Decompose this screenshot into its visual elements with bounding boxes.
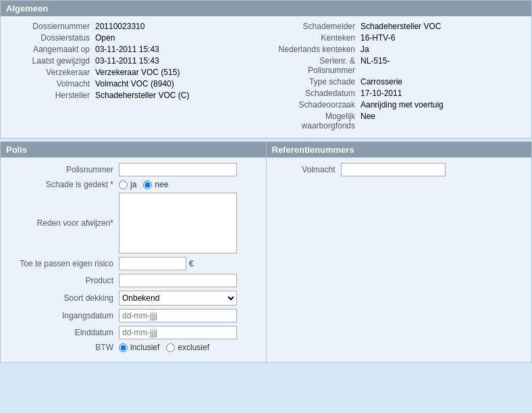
polis-title: Polis: [6, 145, 27, 155]
kenteken-value: 16-HTV-6: [361, 33, 395, 43]
volmacht-alg-label: Volmacht: [7, 79, 95, 89]
eigen-risico-input[interactable]: [119, 257, 186, 270]
btw-inclusief-radio[interactable]: [119, 343, 128, 352]
schade-gedekt-label: Schade is gedekt *: [7, 180, 119, 189]
referentie-title: Referentienummers: [272, 145, 354, 155]
hersteller-value: Schadehersteller VOC (C): [95, 91, 189, 100]
field-row: Volmacht Volmacht VOC (8940): [7, 79, 266, 89]
eigen-risico-label: Toe te passen eigen risico: [7, 259, 119, 268]
volmacht-ref-label: Volmacht: [273, 165, 341, 174]
product-row: Product: [7, 274, 259, 287]
algemeen-header: Algemeen: [1, 1, 531, 16]
polisnummer-label: Polisnummer: [7, 165, 119, 174]
referentie-content: Volmacht: [267, 157, 532, 185]
field-row: Dossierstatus Open: [7, 33, 266, 43]
field-row: Verzekeraar Verzekeraar VOC (515): [7, 68, 266, 77]
type-schade-value: Carrosserie: [361, 77, 402, 87]
algemeen-left: Dossiernummer 20110023310 Dossierstatus …: [1, 22, 266, 132]
schadeoorzaak-label: Schadeoorzaak: [273, 100, 361, 110]
btw-inclusief-label[interactable]: inclusief: [130, 343, 159, 352]
type-schade-label: Type schade: [273, 77, 361, 87]
schade-ja-label[interactable]: ja: [130, 180, 136, 189]
einddatum-row: Einddatum: [7, 326, 259, 339]
einddatum-label: Einddatum: [7, 328, 119, 337]
volmacht-ref-input[interactable]: [341, 163, 446, 176]
btw-exclusief-radio[interactable]: [166, 343, 175, 352]
referentie-section: Referentienummers Volmacht: [266, 141, 533, 363]
gewijzigd-label: Laatst gewijzigd: [7, 56, 95, 66]
aangemaakt-value: 03-11-2011 15:43: [95, 45, 159, 54]
schade-ja-radio[interactable]: [119, 180, 128, 189]
serienr-label: Serienr. & Polisnummer: [273, 56, 361, 75]
nl-kenteken-label: Nederlands kenteken: [273, 45, 361, 54]
schadeoorzaak-value: Aanrijding met voertuig: [361, 100, 444, 110]
page-container: Algemeen Dossiernummer 20110023310 Dossi…: [0, 0, 532, 363]
gewijzigd-value: 03-11-2011 15:43: [95, 56, 159, 66]
field-row: Type schade Carrosserie: [273, 77, 531, 87]
field-row: Dossiernummer 20110023310: [7, 22, 266, 31]
referentie-header: Referentienummers: [267, 142, 532, 157]
schade-gedekt-radiogroup: ja nee: [119, 180, 172, 189]
dossierstatus-value: Open: [95, 33, 115, 43]
verzekeraar-value: Verzekeraar VOC (515): [95, 68, 180, 77]
btw-radiogroup: inclusief exclusief: [119, 343, 213, 352]
algemeen-right: Schademelder Schadehersteller VOC Kentek…: [266, 22, 531, 132]
soort-dekking-row: Soort dekking Onbekend Optie 1 Optie 2: [7, 291, 259, 306]
schadedatum-label: Schadedatum: [273, 89, 361, 98]
btw-row: BTW inclusief exclusief: [7, 343, 259, 352]
schade-nee-label[interactable]: nee: [155, 180, 168, 189]
soort-dekking-label: Soort dekking: [7, 293, 119, 303]
field-row: Schadeoorzaak Aanrijding met voertuig: [273, 100, 531, 110]
reden-afwijzen-textarea[interactable]: [119, 193, 237, 253]
product-label: Product: [7, 276, 119, 285]
ingangsdatum-row: Ingangsdatum: [7, 309, 259, 322]
field-row: Nederlands kenteken Ja: [273, 45, 531, 54]
algemeen-section: Algemeen Dossiernummer 20110023310 Dossi…: [0, 0, 532, 139]
field-row: Schadedatum 17-10-2011: [273, 89, 531, 98]
einddatum-input[interactable]: [119, 326, 237, 339]
soort-dekking-select[interactable]: Onbekend Optie 1 Optie 2: [119, 291, 237, 306]
serienr-value: NL-515-: [361, 56, 390, 66]
polisnummer-row: Polisnummer: [7, 163, 259, 176]
field-row: Mogelijk waarborgfonds Nee: [273, 112, 531, 130]
ingangsdatum-input[interactable]: [119, 309, 237, 322]
algemeen-content: Dossiernummer 20110023310 Dossierstatus …: [1, 16, 531, 138]
euro-symbol: €: [189, 259, 194, 268]
dossiernummer-value: 20110023310: [95, 22, 144, 31]
field-row: Aangemaakt op 03-11-2011 15:43: [7, 45, 266, 54]
verzekeraar-label: Verzekeraar: [7, 68, 95, 77]
ingangsdatum-label: Ingangsdatum: [7, 311, 119, 320]
field-row: Schademelder Schadehersteller VOC: [273, 22, 531, 31]
reden-afwijzen-row: Reden voor afwijzen*: [7, 193, 259, 253]
dossiernummer-label: Dossiernummer: [7, 22, 95, 31]
schademelder-label: Schademelder: [273, 22, 361, 31]
btw-label: BTW: [7, 343, 119, 352]
aangemaakt-label: Aangemaakt op: [7, 45, 95, 54]
kenteken-label: Kenteken: [273, 33, 361, 43]
field-row: Laatst gewijzigd 03-11-2011 15:43: [7, 56, 266, 66]
volmacht-alg-value: Volmacht VOC (8940): [95, 79, 174, 89]
algemeen-title: Algemeen: [6, 3, 48, 14]
field-row: Serienr. & Polisnummer NL-515-: [273, 56, 531, 75]
eigen-risico-row: Toe te passen eigen risico €: [7, 257, 259, 270]
schademelder-value: Schadehersteller VOC: [361, 22, 441, 31]
schadedatum-value: 17-10-2011: [361, 89, 402, 98]
btw-exclusief-label[interactable]: exclusief: [178, 343, 209, 352]
polisnummer-input[interactable]: [119, 163, 237, 176]
polis-content: Polisnummer Schade is gedekt * ja nee Re…: [1, 157, 266, 362]
field-row: Kenteken 16-HTV-6: [273, 33, 531, 43]
volmacht-ref-row: Volmacht: [273, 163, 525, 176]
schade-gedekt-row: Schade is gedekt * ja nee: [7, 180, 259, 189]
schade-nee-radio[interactable]: [143, 180, 152, 189]
bottom-panels: Polis Polisnummer Schade is gedekt * ja …: [0, 141, 532, 363]
polis-section: Polis Polisnummer Schade is gedekt * ja …: [0, 141, 266, 363]
polis-header: Polis: [1, 142, 266, 157]
waarborgfonds-value: Nee: [361, 112, 375, 121]
reden-afwijzen-label: Reden voor afwijzen*: [7, 218, 119, 228]
waarborgfonds-label: Mogelijk waarborgfonds: [273, 112, 361, 130]
product-input[interactable]: [119, 274, 237, 287]
dossierstatus-label: Dossierstatus: [7, 33, 95, 43]
nl-kenteken-value: Ja: [361, 45, 369, 54]
field-row: Hersteller Schadehersteller VOC (C): [7, 91, 266, 100]
hersteller-label: Hersteller: [7, 91, 95, 100]
